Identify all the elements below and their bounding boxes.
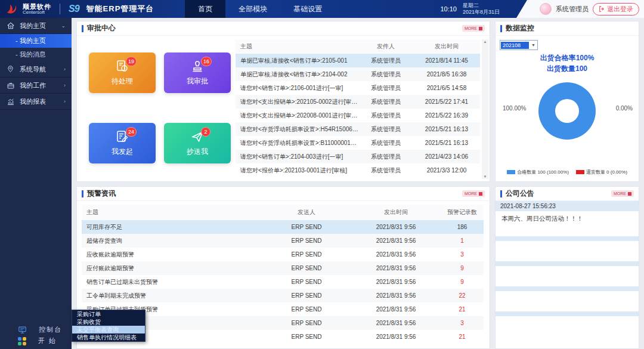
panel-title: 预警资讯 (87, 189, 116, 199)
date: 2021年8月31日 (463, 9, 500, 15)
company-logo: 顺景软件 Centersoft S9 智能ERP管理平台 (5, 2, 154, 16)
column-header: 主题 (82, 208, 262, 217)
warning-row[interactable]: 可用库存不足ERP SEND2021/8/31 9:56186 (82, 220, 484, 234)
announcement-date[interactable]: 2021-08-27 15:56:23 (496, 201, 639, 211)
column-header: 发件人 (358, 42, 413, 51)
accent-bar (500, 25, 502, 32)
logout-button[interactable]: 退出登录 (593, 3, 639, 16)
data-monitor-panel: 数据监控 202108 ▼ 出货合格率100% 出货数量100 100.00% … (495, 21, 639, 182)
menu-item-balance-query[interactable]: 未交平衡表查询 (72, 326, 145, 333)
console-button[interactable]: 控制台 (0, 324, 72, 335)
chevron-right-icon: › (64, 82, 66, 88)
tile-pending[interactable]: 19 待处理 (89, 52, 156, 93)
chevron-right-icon: › (64, 98, 66, 104)
tab-all-modules[interactable]: 全部模块 (225, 0, 280, 18)
red-square-icon (628, 192, 631, 196)
warning-row[interactable]: 应付账款逾期预警ERP SEND2021/8/31 9:569 (82, 261, 484, 275)
brand-subtitle: Centersoft (23, 10, 51, 16)
column-header: 预警记录数 (441, 208, 484, 217)
sidebar-subitem-my-home[interactable]: - 我的主页 (0, 34, 72, 48)
user-avatar[interactable] (540, 3, 552, 15)
approval-row[interactable]: 请您对<存货浮动耗损率设置>:B11000001进行[审核]系统管理员2021/… (236, 136, 480, 150)
panel-title: 审批中心 (87, 23, 116, 33)
approval-row[interactable]: 单据已审核,请接收<销售订单>:2105-001系统管理员2021/8/14 1… (236, 54, 480, 67)
warning-row[interactable]: 应收账款逾期预警ERP SEND2021/8/31 9:563 (82, 248, 484, 261)
empty-entry-strip (496, 236, 639, 241)
accent-bar (82, 25, 83, 32)
warning-row[interactable]: 工令单到期未完成预警ERP SEND2021/8/31 9:5622 (82, 289, 484, 302)
console-monitor-icon (18, 325, 27, 334)
donut-right-label: 0.00% (616, 105, 633, 112)
tile-label: 抄送我 (187, 147, 208, 157)
approval-row[interactable]: 请您对<支出报销单>:202008-0001进行[审核]系统管理员2021/5/… (236, 109, 480, 122)
menu-item-sales-execution-report[interactable]: 销售单执行情况明细表 (72, 333, 145, 341)
approval-row[interactable]: 请您对<销售订单>:2106-001进行[一审]系统管理员2021/6/5 14… (236, 81, 480, 95)
s9-logo: S9 (69, 4, 79, 14)
chevron-down-icon: ⌄ (61, 23, 66, 29)
clock-time: 10:10 (440, 5, 457, 13)
period-select[interactable]: 202108 ▼ (500, 40, 538, 50)
approval-tiles: 19 待处理 16 我审批 24 (77, 36, 233, 181)
legend-swatch-blue (507, 170, 515, 174)
chevron-right-icon: › (64, 66, 66, 72)
donut-ring (538, 82, 596, 140)
accent-bar (82, 190, 83, 197)
sidebar-subitem-my-messages[interactable]: - 我的消息 (0, 48, 72, 61)
count-badge: 19 (126, 57, 137, 66)
top-nav: 首页 全部模块 基础设置 (185, 0, 335, 18)
period-value: 202108 (501, 42, 529, 49)
donut-chart: 100.00% 0.00% (496, 74, 639, 163)
count-badge: 2 (201, 127, 210, 137)
approval-row[interactable]: 请您对<报价单>:202103-0001进行[审核]系统管理员2021/3/3 … (236, 163, 480, 177)
count-badge: 24 (126, 127, 137, 137)
sidebar-item-system-nav[interactable]: 系统导航 › (0, 61, 72, 78)
scroll-up-icon[interactable]: ▲ (484, 40, 487, 44)
more-button[interactable]: MORE (611, 190, 634, 197)
donut-left-label: 100.00% (503, 105, 526, 112)
tile-initiated-by-me[interactable]: 24 我发起 (89, 123, 156, 163)
table-scrollbar[interactable]: ▲▼ (482, 39, 488, 179)
more-button[interactable]: MORE (462, 25, 485, 32)
sidebar-item-my-work[interactable]: 我的工作 › (0, 78, 72, 94)
start-label: 开 始 (38, 336, 57, 345)
announcements-panel: 公司公告 MORE 2021-08-27 15:56:23 本周六、周日公司活动… (495, 186, 639, 349)
more-button[interactable]: MORE (462, 190, 485, 197)
table-header-row: 主题 发件人 发出时间 (236, 39, 480, 54)
panel-title: 数据监控 (506, 23, 534, 33)
weekday: 星期二 (463, 2, 479, 8)
approval-row[interactable]: 请您对<销售订单>:2104-003进行[一审]系统管理员2021/4/23 1… (236, 150, 480, 163)
tile-my-approvals[interactable]: 16 我审批 (164, 52, 231, 93)
tab-home[interactable]: 首页 (185, 0, 225, 18)
tile-cc-to-me[interactable]: 2 抄送我 (164, 123, 231, 163)
briefcase-icon (6, 81, 15, 90)
approval-row[interactable]: 请您对<支出报销单>:202105-0002进行[审核]系统管理员2021/5/… (236, 95, 480, 109)
legend-swatch-red (576, 170, 584, 174)
approval-row[interactable]: 单据已审核,请接收<销售订单>:2104-002系统管理员2021/8/5 16… (236, 67, 480, 81)
top-bar: 系统管理员 退出登录 顺景软件 Centersoft S9 智能ERP管理平台 (0, 0, 644, 18)
divider (60, 4, 60, 14)
accent-bar (500, 190, 502, 197)
menu-item-purchase-order[interactable]: 采购订单 (72, 310, 145, 318)
red-square-icon (479, 192, 482, 196)
warning-row[interactable]: 超储存货查询ERP SEND2021/8/31 9:561 (82, 234, 484, 248)
menu-item-purchase-receipt[interactable]: 采购收货 (72, 318, 145, 326)
brand-name: 顺景软件 (23, 3, 51, 10)
sidebar-item-label: 我的报表 (20, 97, 46, 106)
location-pin-icon (6, 65, 15, 74)
approval-row[interactable]: 请您对<存货浮动耗损率设置>:H54R15006002进行[审核]系统管理员20… (236, 122, 480, 136)
sidebar-item-label: 我的主页 (20, 21, 46, 30)
sidebar-item-my-home[interactable]: 我的主页 ⌄ (0, 18, 72, 34)
column-header: 发送人 (262, 208, 351, 217)
sidebar-item-label: 我的工作 (20, 81, 46, 90)
start-button[interactable]: 开 始 (0, 335, 72, 347)
chevron-down-icon: ▼ (530, 43, 537, 47)
donut-hole (555, 99, 579, 123)
sidebar-item-my-reports[interactable]: 我的报表 › (0, 94, 72, 110)
logo-flame-icon (5, 2, 19, 16)
warning-row[interactable]: 销售订单已过期未出货预警ERP SEND2021/8/31 9:569 (82, 275, 484, 289)
empty-entry-strip (496, 261, 639, 266)
announcement-content: 本周六、周日公司活动！！！ (496, 211, 639, 229)
tab-basic-settings[interactable]: 基础设置 (280, 0, 335, 18)
scroll-down-icon[interactable]: ▼ (484, 175, 487, 178)
user-name: 系统管理员 (556, 5, 589, 14)
